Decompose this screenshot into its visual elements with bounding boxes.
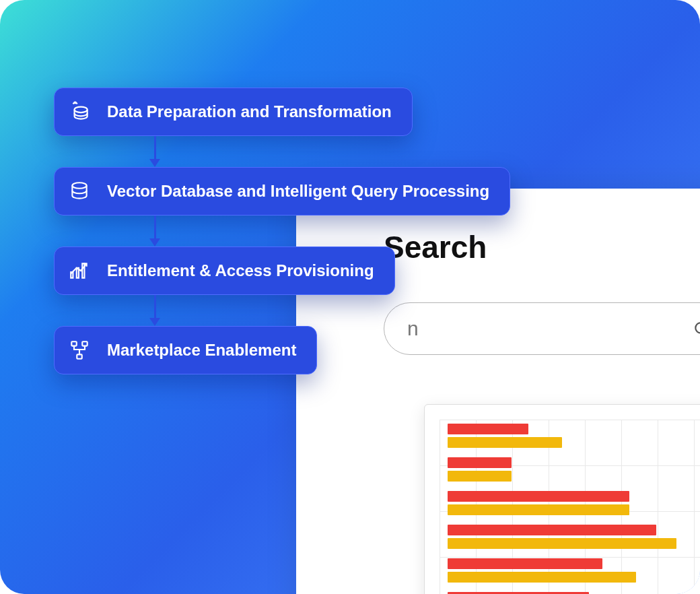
flow-arrow-icon (54, 136, 256, 167)
bar-group (448, 424, 676, 448)
bar (448, 437, 562, 448)
growth-chart-icon (68, 259, 91, 282)
step-label: Marketplace Enablement (107, 341, 296, 360)
bar (448, 424, 528, 434)
flow-arrow-icon (54, 216, 256, 246)
step-label: Vector Database and Intelligent Query Pr… (107, 182, 489, 201)
database-icon (68, 180, 91, 203)
flow-arrow-icon (54, 295, 256, 326)
chart-card (424, 404, 700, 594)
bar (448, 491, 629, 502)
step-vector-db: Vector Database and Intelligent Query Pr… (54, 167, 510, 216)
step-data-prep: Data Preparation and Transformation (54, 88, 413, 136)
bar-group (448, 491, 676, 515)
search-icon (693, 320, 700, 337)
bar (448, 457, 512, 468)
bar (448, 538, 676, 549)
bar (448, 572, 636, 583)
bar-group (448, 525, 676, 549)
svg-point-2 (75, 107, 88, 113)
bar (448, 471, 512, 482)
step-entitlement: Entitlement & Access Provisioning (54, 246, 395, 295)
step-label: Entitlement & Access Provisioning (107, 261, 374, 280)
step-label: Data Preparation and Transformation (107, 102, 392, 121)
step-marketplace: Marketplace Enablement (54, 326, 317, 374)
workflow-diagram: Data Preparation and Transformation Vect… (54, 88, 510, 374)
svg-point-0 (695, 323, 700, 333)
chart-bars (448, 424, 676, 594)
svg-rect-4 (71, 341, 76, 345)
bar (448, 504, 629, 515)
svg-rect-6 (77, 354, 81, 358)
bar (448, 558, 602, 569)
upload-database-icon (68, 100, 91, 123)
svg-rect-5 (82, 341, 87, 345)
svg-point-3 (72, 183, 86, 189)
bar-group (448, 558, 676, 583)
network-icon (68, 339, 91, 362)
hero-canvas: Search n (0, 0, 700, 594)
bar-group (448, 457, 676, 482)
bar (448, 525, 656, 535)
